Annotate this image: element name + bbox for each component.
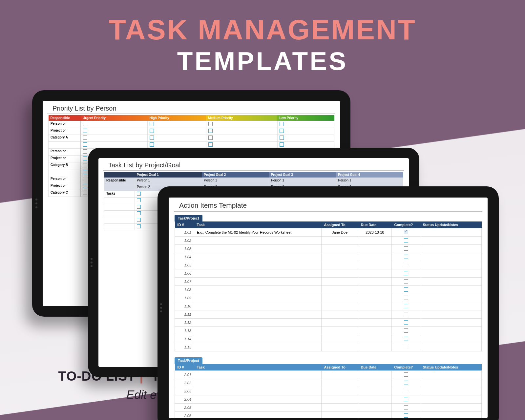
- checkbox[interactable]: [280, 136, 284, 140]
- checkbox[interactable]: [137, 224, 141, 228]
- checkbox[interactable]: [83, 156, 87, 160]
- table-row: 1.12: [175, 319, 482, 327]
- table-row: 2.05: [175, 404, 482, 412]
- checkbox[interactable]: [137, 192, 141, 196]
- hero-title: TASK MANAGEMENT TEMPLATES: [0, 15, 525, 76]
- checkbox[interactable]: [208, 142, 213, 147]
- complete-checkbox[interactable]: [404, 337, 408, 341]
- table-row: 1.11: [175, 310, 482, 319]
- complete-checkbox[interactable]: [404, 287, 408, 292]
- table-row: 1.03: [175, 245, 482, 253]
- table-row: 1.05: [175, 261, 482, 269]
- complete-checkbox[interactable]: [404, 413, 408, 418]
- checkbox[interactable]: [83, 177, 87, 181]
- action-table-1: ID # Task Assigned To Due Date Complete?…: [175, 221, 482, 351]
- checkbox[interactable]: [137, 211, 141, 215]
- checkbox[interactable]: [137, 205, 141, 209]
- tablet-action-items: Action Items Template Task/Project ID # …: [158, 186, 499, 420]
- table-row: 2.03: [175, 387, 482, 395]
- table-row: 2.06: [175, 412, 482, 418]
- complete-checkbox[interactable]: [404, 405, 408, 410]
- checkbox[interactable]: [208, 129, 213, 133]
- complete-checkbox[interactable]: [404, 304, 408, 308]
- checkbox[interactable]: [83, 142, 87, 147]
- checkbox[interactable]: [137, 218, 141, 222]
- table-tab-2: Task/Project: [175, 357, 202, 364]
- checkbox[interactable]: [137, 198, 141, 202]
- table-row: 1.02: [175, 237, 482, 245]
- complete-checkbox[interactable]: [404, 320, 408, 325]
- complete-checkbox[interactable]: [404, 296, 408, 300]
- complete-checkbox[interactable]: [404, 372, 408, 377]
- checkbox[interactable]: [83, 191, 87, 195]
- table-row: 1.10: [175, 302, 482, 310]
- complete-checkbox[interactable]: [404, 397, 408, 401]
- table-row: 2.01: [175, 371, 482, 379]
- checkbox[interactable]: [280, 122, 284, 126]
- complete-checkbox[interactable]: [404, 345, 408, 349]
- title-line-2: TEMPLATES: [0, 46, 525, 76]
- table-row: 1.04: [175, 253, 482, 261]
- checkbox[interactable]: [150, 129, 154, 133]
- checkbox[interactable]: [83, 136, 87, 140]
- checkbox[interactable]: [280, 129, 284, 133]
- table-row: 1.15: [175, 343, 482, 351]
- complete-checkbox[interactable]: [404, 389, 408, 393]
- checkbox[interactable]: [150, 122, 154, 126]
- checkbox[interactable]: [83, 149, 87, 154]
- complete-checkbox[interactable]: [404, 255, 408, 259]
- checkbox[interactable]: [83, 122, 87, 126]
- complete-checkbox[interactable]: [404, 246, 408, 251]
- checkbox[interactable]: [208, 122, 213, 126]
- table-row: 2.04: [175, 395, 482, 404]
- action-table-2: ID # Task Assigned To Due Date Complete?…: [175, 364, 482, 418]
- complete-checkbox[interactable]: [404, 381, 408, 385]
- table-row: 1.13: [175, 327, 482, 335]
- complete-checkbox[interactable]: [404, 230, 408, 234]
- complete-checkbox[interactable]: [404, 271, 408, 275]
- checkbox[interactable]: [280, 142, 284, 147]
- sheet-title-action: Action Items Template: [174, 198, 482, 212]
- table-row: 1.14: [175, 335, 482, 343]
- complete-checkbox[interactable]: [404, 328, 408, 333]
- checkbox[interactable]: [83, 184, 87, 188]
- table-tab-1: Task/Project: [175, 215, 202, 221]
- sheet-title-tasklist: Task List by Project/Goal: [103, 158, 404, 171]
- checkbox[interactable]: [83, 129, 87, 133]
- checkbox[interactable]: [83, 170, 87, 174]
- table-row: 1.01E.g.; Complete the M1-02 Identify Yo…: [175, 228, 482, 237]
- checkbox[interactable]: [208, 136, 213, 140]
- table-row: 1.06: [175, 269, 482, 278]
- complete-checkbox[interactable]: [404, 238, 408, 242]
- complete-checkbox[interactable]: [404, 263, 408, 267]
- checkbox[interactable]: [150, 136, 154, 140]
- table-row: 2.02: [175, 379, 482, 387]
- table-row: 1.09: [175, 294, 482, 302]
- table-row: 1.08: [175, 286, 482, 294]
- checkbox[interactable]: [150, 142, 154, 147]
- sheet-title-priority: Priority List by Person: [47, 101, 335, 114]
- title-line-1: TASK MANAGEMENT: [0, 15, 525, 44]
- complete-checkbox[interactable]: [404, 279, 408, 284]
- table-row: 1.07: [175, 278, 482, 286]
- complete-checkbox[interactable]: [404, 312, 408, 316]
- checkbox[interactable]: [83, 163, 87, 167]
